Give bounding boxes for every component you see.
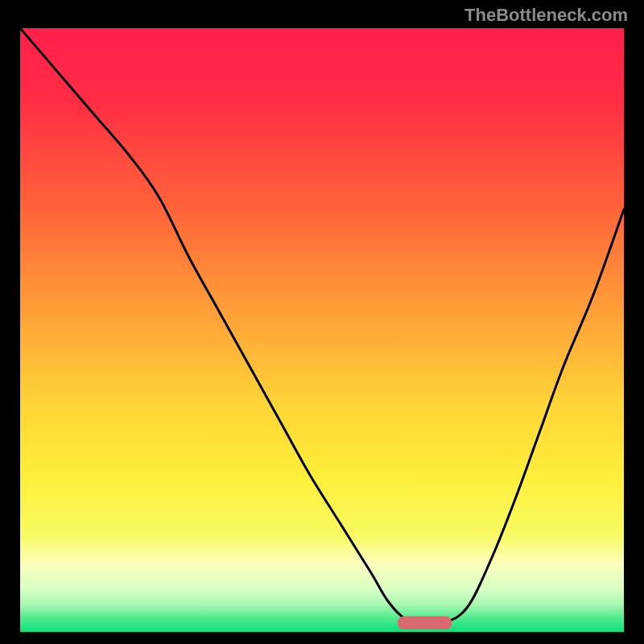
gradient-background: [20, 28, 624, 632]
optimal-marker: [398, 617, 452, 630]
chart-svg: [20, 28, 624, 632]
watermark-text: TheBottleneck.com: [464, 5, 628, 26]
chart-frame: [16, 24, 628, 636]
